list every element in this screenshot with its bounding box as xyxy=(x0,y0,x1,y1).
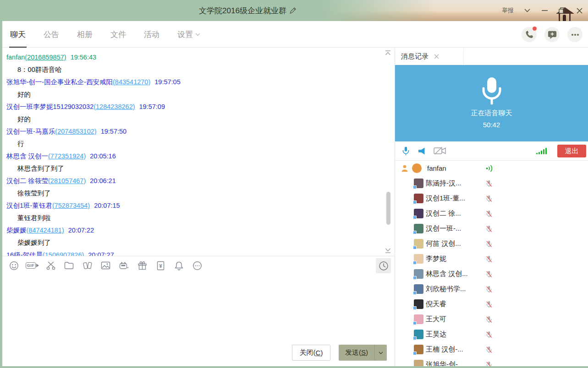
chat-message: 汉创一班李梦妮15129032032(1284238262)19:57:09 好… xyxy=(6,101,385,125)
member-row[interactable]: 倪天睿 xyxy=(395,297,588,312)
message-text: 8：00群语音哈 xyxy=(6,64,385,76)
sender-name[interactable]: 汉创二 徐筱莹 xyxy=(6,177,48,184)
sender-name[interactable]: 林思含 汉创一 xyxy=(6,152,48,160)
speaker-toggle-button[interactable] xyxy=(418,147,425,155)
clothes-icon[interactable] xyxy=(82,260,93,271)
tab-activity[interactable]: 活动 xyxy=(143,29,160,40)
sender-name[interactable]: 柴媛媛 xyxy=(6,227,27,234)
sender-uin-link[interactable]: (843541270) xyxy=(113,78,150,86)
tab-album[interactable]: 相册 xyxy=(76,29,93,40)
sender-uin-link[interactable]: (847424181) xyxy=(27,227,64,234)
avatar xyxy=(414,179,423,188)
tab-chat[interactable]: 聊天 xyxy=(9,29,27,40)
member-row[interactable]: 林思含 汉创... xyxy=(395,266,588,281)
status-badge xyxy=(413,306,417,310)
video-off-button[interactable] xyxy=(434,146,446,155)
message-text: 好的 xyxy=(6,113,385,125)
edit-title-icon[interactable] xyxy=(289,7,296,14)
tab-announcement[interactable]: 公告 xyxy=(43,29,60,40)
sender-uin-link[interactable]: (752873454) xyxy=(52,202,90,209)
sender-uin-link[interactable]: (772351924) xyxy=(48,152,86,160)
send-button[interactable]: 发送(S) xyxy=(339,345,387,361)
member-row[interactable]: 陈涵持-汉... xyxy=(395,176,588,191)
member-row[interactable]: 王大可 xyxy=(395,312,588,327)
more-tools-icon[interactable] xyxy=(192,260,203,271)
scroll-to-bottom-icon[interactable] xyxy=(385,248,391,254)
sender-name[interactable]: 汉创一班李梦妮15129032032 xyxy=(6,103,93,110)
sender-uin-link[interactable]: (2074853102) xyxy=(55,128,96,135)
sender-name[interactable]: 汉创一班-马嘉乐 xyxy=(6,128,55,135)
member-row[interactable]: 李梦妮 xyxy=(395,251,588,266)
chevron-down-icon[interactable] xyxy=(523,6,531,15)
status-badge xyxy=(413,200,417,204)
sender-uin-link[interactable]: (1506907826) xyxy=(43,251,84,256)
report-button[interactable]: 举报 xyxy=(502,6,514,15)
member-row[interactable]: 王昊达 xyxy=(395,327,588,342)
member-row[interactable]: 张旭华-创- xyxy=(395,357,588,366)
member-row[interactable]: 刘欣秘书学... xyxy=(395,281,588,297)
more-actions-button[interactable] xyxy=(567,27,583,42)
message-text: 柴媛媛到了 xyxy=(6,237,385,249)
network-signal-icon xyxy=(536,147,547,154)
titlebar-controls: 举报 xyxy=(502,0,583,21)
avatar xyxy=(414,224,423,233)
composer: GIF xyxy=(2,256,395,366)
gif-icon[interactable]: GIF xyxy=(27,260,38,271)
message-input[interactable] xyxy=(2,275,395,342)
sender-name[interactable]: 张旭华-创一-国企事业私企-西安咸阳 xyxy=(6,78,113,86)
chat-message: 汉创二 徐筱莹(281057467)20:06:21 徐筱莹到了 xyxy=(6,175,385,200)
ellipsis-icon xyxy=(571,33,579,36)
status-badge xyxy=(413,261,417,265)
sender-name[interactable]: 16级-贺佳晨 xyxy=(6,251,43,256)
sender-name[interactable]: fanfan xyxy=(6,54,25,61)
avatar xyxy=(414,194,423,203)
gift-icon[interactable] xyxy=(137,260,148,271)
message-record-tab[interactable]: 消息记录 xyxy=(395,48,464,65)
exit-voice-button[interactable]: 退出 xyxy=(557,145,586,157)
create-chat-button[interactable] xyxy=(544,27,560,42)
message-history-button[interactable] xyxy=(376,258,391,273)
mic-toggle-button[interactable] xyxy=(402,146,409,156)
voice-member-list: fanfan 陈涵持-汉... 汉创1班-董... xyxy=(395,161,588,366)
group-chat-window: 文学院2016级企业就业群 举报 聊天 xyxy=(0,0,588,368)
muted-mic-icon xyxy=(485,210,493,217)
message-time: 20:05:16 xyxy=(90,152,115,160)
voice-controls-bar: 退出 xyxy=(395,141,588,161)
sender-uin-link[interactable]: (2016859857) xyxy=(25,54,66,61)
avatar xyxy=(414,254,423,264)
red-packet-icon[interactable]: ¥ xyxy=(155,260,166,271)
screenshot-scissors-icon[interactable] xyxy=(45,260,56,271)
sender-name[interactable]: 汉创1班-董钰君 xyxy=(6,202,52,209)
member-row[interactable]: 汉创二 徐... xyxy=(395,206,588,221)
emoji-icon[interactable] xyxy=(8,260,20,271)
chat-message: 柴媛媛(847424181)20:07:22 柴媛媛到了 xyxy=(6,224,385,249)
member-row[interactable]: fanfan xyxy=(395,161,588,176)
message-text: 好的 xyxy=(6,88,385,101)
bell-icon[interactable] xyxy=(173,260,185,271)
window-title-area: 文学院2016级企业就业群 xyxy=(199,5,296,16)
member-row[interactable]: 汉创一班-... xyxy=(395,221,588,236)
restore-button[interactable] xyxy=(558,6,566,15)
avatar xyxy=(412,163,422,173)
voice-chat-panel: 消息记录 正在语音聊天 50:42 xyxy=(395,48,588,366)
close-chat-button[interactable]: 关闭(C) xyxy=(292,345,330,361)
image-icon[interactable] xyxy=(100,260,111,271)
close-button[interactable] xyxy=(575,6,583,15)
member-row[interactable]: 何苗 汉创... xyxy=(395,236,588,251)
close-tab-icon[interactable] xyxy=(434,54,439,59)
scroll-to-top-icon[interactable] xyxy=(385,50,391,56)
chat-scrollbar[interactable] xyxy=(386,192,390,225)
send-options-arrow[interactable] xyxy=(374,345,387,361)
sender-uin-link[interactable]: (1284238262) xyxy=(93,103,135,110)
tab-settings[interactable]: 设置 xyxy=(176,29,201,40)
voice-call-button[interactable] xyxy=(522,27,537,42)
minimize-button[interactable] xyxy=(540,6,549,15)
cat-emoticon-icon[interactable] xyxy=(118,260,130,271)
tab-files[interactable]: 文件 xyxy=(110,29,127,40)
folder-file-icon[interactable] xyxy=(63,260,75,271)
member-row[interactable]: 汉创1班-董... xyxy=(395,191,588,206)
status-badge xyxy=(413,216,417,219)
member-row[interactable]: 王楠 汉创-... xyxy=(395,342,588,357)
chat-column: fanfan(2016859857)19:56:43 8：00群语音哈 张旭华-… xyxy=(2,48,395,366)
sender-uin-link[interactable]: (281057467) xyxy=(48,177,86,184)
